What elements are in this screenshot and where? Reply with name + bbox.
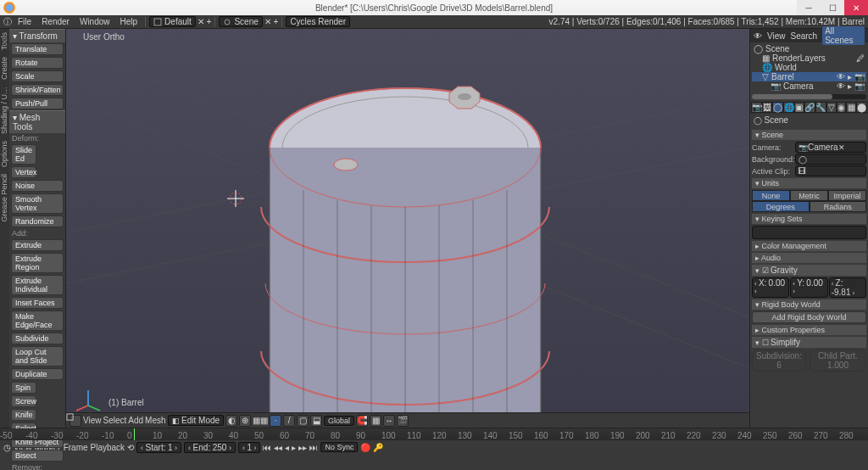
screw-button[interactable]: Screw [11, 395, 36, 407]
menu-file[interactable]: File [14, 17, 36, 26]
tl-frame[interactable]: Frame [64, 443, 88, 452]
add-rbw-button[interactable]: Add Rigid Body World [752, 311, 866, 323]
prev-key-icon[interactable]: ◂◂ [274, 443, 282, 452]
duplicate-button[interactable]: Duplicate [11, 368, 64, 380]
shrink-button[interactable]: Shrink/Fatten [11, 84, 64, 96]
grav-y[interactable]: ‹ Y: 0.00 › [790, 277, 827, 298]
shading-icon[interactable]: ◐ [225, 415, 237, 427]
menu-render[interactable]: Render [37, 17, 74, 26]
outl-scene[interactable]: Scene [765, 44, 789, 53]
tab-constraints-icon[interactable]: 🔗 [804, 102, 815, 113]
outl-renderlayers[interactable]: RenderLayers [772, 53, 826, 63]
tl-playback[interactable]: Playback [91, 443, 125, 452]
outliner-view[interactable]: View [767, 31, 786, 41]
translate-button[interactable]: Translate [11, 43, 64, 55]
outliner[interactable]: ◯Scene ▦RenderLayers🖉 🌐World ▽Barrel👁 ▸ … [750, 42, 868, 92]
pivot-icon[interactable]: ⊕ [239, 415, 251, 427]
outl-world[interactable]: World [775, 63, 797, 72]
transform-header[interactable]: Transform [9, 29, 65, 42]
sel-vert-icon[interactable]: · [270, 415, 281, 427]
grav-z[interactable]: ‹ Z: -9.81 › [829, 277, 866, 298]
unit-radians[interactable]: Radians [810, 201, 867, 212]
cm-header[interactable]: Color Management [752, 241, 866, 251]
sel-face-icon[interactable]: ▢ [297, 415, 309, 427]
slide-edge-button[interactable]: Slide Ed [11, 144, 36, 165]
knife-button[interactable]: Knife [11, 409, 36, 421]
mode-dd[interactable]: ◧ Edit Mode [168, 415, 225, 426]
extrude-button[interactable]: Extrude [11, 239, 64, 251]
rbw-header[interactable]: Rigid Body World [752, 299, 866, 310]
current-frame[interactable]: ‹ 1 › [238, 442, 261, 453]
playhead-icon[interactable] [134, 428, 135, 440]
orientation-dd[interactable]: Global [324, 416, 354, 426]
rotate-button[interactable]: Rotate [11, 57, 64, 69]
maximize-button[interactable]: ☐ [821, 0, 844, 15]
unit-metric[interactable]: Metric [790, 190, 828, 201]
manipulator-translate-icon[interactable]: ↔ [383, 415, 395, 427]
extrude-indiv-button[interactable]: Extrude Individual [11, 275, 64, 295]
bg-field[interactable]: ◯ [795, 154, 866, 165]
tab-scene-icon[interactable]: ◯ [772, 102, 783, 113]
keying-header[interactable]: Keying Sets [752, 214, 866, 224]
menu-help[interactable]: Help [116, 17, 142, 26]
vph-mesh[interactable]: Mesh [145, 416, 165, 425]
snap-type-icon[interactable]: ▦ [370, 415, 381, 427]
unit-imperial[interactable]: Imperial [828, 190, 866, 201]
outliner-scrollbar[interactable] [752, 94, 866, 99]
unit-none[interactable]: None [752, 190, 790, 201]
keying-icon[interactable]: 🔑 [373, 443, 383, 452]
sel-edge-icon[interactable]: / [283, 415, 295, 427]
opengl-render-icon[interactable]: 🎬 [397, 415, 409, 427]
play-rev-icon[interactable]: ◂ [285, 443, 289, 452]
menu-window[interactable]: Window [75, 17, 114, 26]
autokey-icon[interactable]: 🔴 [360, 443, 370, 452]
tab-physics-icon[interactable]: ⬤ [856, 102, 867, 113]
tab-object-icon[interactable]: ▣ [794, 102, 804, 113]
timeline-ruler[interactable]: -50-40-30-20-100102030405060708090100110… [0, 428, 868, 440]
vph-add[interactable]: Add [128, 416, 143, 425]
extrude-region-button[interactable]: Extrude Region [11, 253, 64, 273]
subdivide-button[interactable]: Subdivide [11, 333, 64, 344]
occlude-icon[interactable]: ⬓ [310, 415, 322, 427]
close-button[interactable]: ✕ [844, 0, 868, 15]
clip-field[interactable]: 🎞 [795, 165, 866, 176]
3d-viewport[interactable]: User Ortho (1) Barrel [66, 29, 749, 428]
keying-list[interactable] [752, 226, 866, 239]
screen-layout-dd[interactable]: Default [149, 16, 196, 27]
tab-modifiers-icon[interactable]: 🔧 [815, 102, 826, 113]
scene-dd[interactable]: Scene [219, 16, 262, 27]
tab-world-icon[interactable]: 🌐 [783, 102, 794, 113]
editor-type-3d-icon[interactable] [70, 415, 81, 427]
jump-end-icon[interactable]: ⏭ [309, 443, 318, 452]
gravity-header[interactable]: ☑ Gravity [752, 265, 866, 276]
bisect-button[interactable]: Bisect [11, 450, 64, 462]
audio-header[interactable]: Audio [752, 253, 866, 263]
minimize-button[interactable]: ─ [797, 0, 821, 15]
scene-panel-header[interactable]: Scene [752, 130, 866, 140]
add-layout-button[interactable]: ✕ + [198, 17, 212, 26]
tab-create[interactable]: Create [0, 53, 8, 83]
meshtools-header[interactable]: Mesh Tools [9, 110, 65, 133]
tab-grease[interactable]: Grease Pencil [0, 171, 8, 226]
tab-texture-icon[interactable]: ▦ [846, 102, 856, 113]
camera-field[interactable]: 📷 Camera ✕ [795, 142, 866, 153]
tab-render-icon[interactable]: 📷 [751, 102, 762, 113]
tab-data-icon[interactable]: ▽ [826, 102, 837, 113]
outliner-search[interactable]: Search [791, 31, 818, 41]
tab-material-icon[interactable]: ◉ [837, 102, 847, 113]
make-edgeface-button[interactable]: Make Edge/Face [11, 311, 64, 331]
vph-view[interactable]: View [83, 416, 102, 425]
render-engine-dd[interactable]: Cycles Render [286, 16, 350, 27]
randomize-button[interactable]: Randomize [11, 215, 64, 227]
range-icon[interactable]: ⟲ [127, 443, 134, 452]
outl-camera[interactable]: Camera [783, 81, 814, 91]
restrict-icon[interactable]: 👁 [754, 31, 762, 41]
timeline-editor-icon[interactable]: ◷ [3, 443, 11, 452]
outl-barrel[interactable]: Barrel [771, 72, 794, 81]
tab-shading[interactable]: Shading / U… [0, 83, 8, 137]
sync-dd[interactable]: No Sync [320, 442, 358, 452]
end-frame[interactable]: ‹ End: 250 › [184, 442, 236, 453]
cp-header[interactable]: Custom Properties [752, 325, 866, 335]
scale-button[interactable]: Scale [11, 70, 64, 82]
start-frame[interactable]: ‹ Start: 1 › [136, 442, 181, 453]
